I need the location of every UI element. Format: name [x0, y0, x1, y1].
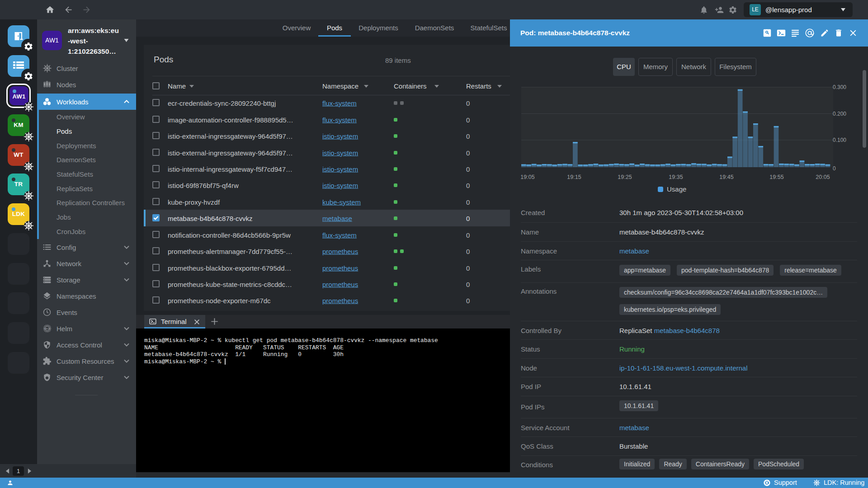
svg-text:0.100: 0.100	[833, 137, 846, 143]
svg-text:19:15: 19:15	[567, 174, 581, 180]
svg-text:0.300: 0.300	[833, 84, 846, 90]
svg-text:20:05: 20:05	[816, 174, 830, 180]
svg-text:Usage: Usage	[667, 185, 686, 193]
svg-text:19:25: 19:25	[618, 174, 632, 180]
svg-text:19:35: 19:35	[669, 174, 683, 180]
svg-text:19:05: 19:05	[520, 174, 534, 180]
svg-text:19:45: 19:45	[719, 174, 733, 180]
svg-text:HELM: HELM	[44, 328, 50, 330]
svg-text:0.200: 0.200	[833, 111, 846, 117]
svg-text:0: 0	[833, 165, 836, 172]
svg-text:19:55: 19:55	[769, 174, 783, 180]
